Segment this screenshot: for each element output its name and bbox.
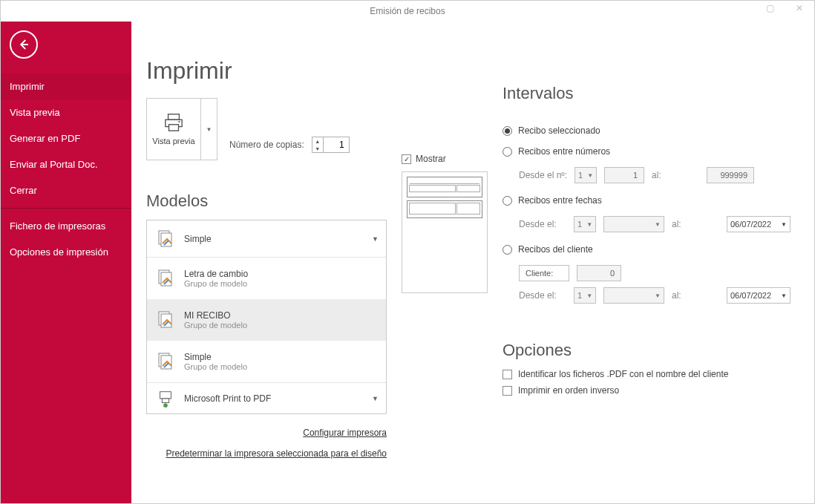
model-item-title: Letra de cambio bbox=[184, 269, 248, 279]
title-bar: Emisión de recibos ▢ ✕ bbox=[1, 1, 814, 22]
radio-del-cliente[interactable]: Recibos del cliente bbox=[503, 244, 791, 255]
model-item-sub: Grupo de modelo bbox=[184, 279, 248, 288]
from-number-label: Desde el nº: bbox=[519, 170, 567, 180]
sidebar-item-imprimir[interactable]: Imprimir bbox=[1, 73, 131, 99]
sidebar-item-opciones-impresion[interactable]: Opciones de impresión bbox=[1, 239, 131, 265]
vista-previa-dropdown[interactable]: ▼ bbox=[200, 99, 217, 160]
model-item-title: MI RECIBO bbox=[184, 310, 247, 321]
client-to-label: al: bbox=[672, 290, 719, 301]
intervals-heading: Intervalos bbox=[503, 84, 791, 103]
to-date-label: al: bbox=[672, 219, 719, 229]
window-title: Emisión de recibos bbox=[370, 6, 445, 16]
document-icon bbox=[155, 310, 176, 330]
show-checkbox[interactable]: ✓ bbox=[402, 154, 411, 164]
document-preview bbox=[402, 171, 488, 293]
back-button[interactable] bbox=[10, 30, 38, 59]
chevron-down-icon: ▼ bbox=[206, 126, 212, 133]
printer-icon bbox=[163, 113, 185, 132]
option-identify-pdf[interactable]: Identificar los ficheros .PDF con el nom… bbox=[503, 369, 791, 379]
option-label: Identificar los ficheros .PDF con el nom… bbox=[518, 369, 728, 379]
radio-label: Recibos entre fechas bbox=[518, 195, 602, 206]
copies-spinner[interactable]: ▲ ▼ bbox=[312, 137, 350, 153]
client-input[interactable] bbox=[580, 269, 618, 278]
option-reverse-order[interactable]: Imprimir en orden inverso bbox=[503, 385, 791, 396]
svg-point-3 bbox=[178, 121, 180, 122]
radio-entre-fechas[interactable]: Recibos entre fechas bbox=[503, 195, 791, 206]
close-icon[interactable]: ✕ bbox=[785, 1, 814, 16]
model-item-letra[interactable]: Letra de cambio Grupo de modelo bbox=[147, 258, 386, 299]
sidebar-separator bbox=[1, 208, 131, 209]
document-icon bbox=[155, 351, 176, 372]
radio-label: Recibos entre números bbox=[518, 146, 610, 157]
from-number-combo[interactable]: 1▼ bbox=[575, 167, 597, 183]
spinner-down-icon[interactable]: ▼ bbox=[312, 145, 323, 152]
from-date-n-combo[interactable]: 1▼ bbox=[574, 216, 596, 232]
model-item-simple[interactable]: Simple Grupo de modelo bbox=[147, 341, 386, 382]
sidebar-item-vista-previa[interactable]: Vista previa bbox=[1, 99, 131, 125]
to-number-input[interactable] bbox=[710, 171, 750, 180]
client-from-date-combo[interactable]: ▼ bbox=[603, 287, 664, 304]
sidebar-item-enviar-portal[interactable]: Enviar al Portal Doc. bbox=[1, 151, 131, 177]
printer-label: Microsoft Print to PDF bbox=[184, 393, 271, 404]
client-from-label: Desde el: bbox=[519, 290, 566, 301]
page-title: Imprimir bbox=[146, 57, 387, 85]
models-heading: Modelos bbox=[146, 192, 387, 211]
sidebar-item-generar-pdf[interactable]: Generar en PDF bbox=[1, 125, 131, 151]
show-label: Mostrar bbox=[416, 154, 446, 164]
radio-icon bbox=[503, 245, 512, 255]
to-number-label: al: bbox=[652, 170, 699, 180]
document-icon bbox=[155, 268, 176, 289]
svg-rect-2 bbox=[169, 125, 179, 131]
default-printer-link[interactable]: Predeterminar la impresora seleccionada … bbox=[166, 448, 387, 459]
model-selector[interactable]: Simple ▼ bbox=[147, 220, 386, 258]
radio-label: Recibo seleccionado bbox=[518, 125, 600, 136]
arrow-left-icon bbox=[17, 38, 30, 51]
copies-input[interactable] bbox=[324, 138, 349, 151]
client-from-n-combo[interactable]: 1▼ bbox=[574, 287, 596, 304]
svg-point-14 bbox=[163, 403, 168, 408]
document-icon bbox=[155, 229, 176, 249]
to-date-combo[interactable]: 06/07/2022▼ bbox=[727, 216, 791, 232]
svg-rect-13 bbox=[162, 399, 168, 403]
chevron-down-icon: ▼ bbox=[372, 235, 379, 243]
sidebar: Imprimir Vista previa Generar en PDF Env… bbox=[1, 22, 131, 503]
model-item-sub: Grupo de modelo bbox=[184, 362, 247, 371]
from-number-input[interactable] bbox=[608, 171, 641, 180]
model-item-sub: Grupo de modelo bbox=[184, 321, 247, 330]
sidebar-item-fichero-impresoras[interactable]: Fichero de impresoras bbox=[1, 213, 131, 239]
radio-icon bbox=[503, 147, 512, 157]
radio-entre-numeros[interactable]: Recibos entre números bbox=[503, 146, 791, 157]
radio-icon bbox=[503, 196, 512, 206]
maximize-icon[interactable]: ▢ bbox=[755, 1, 785, 16]
radio-icon bbox=[503, 126, 512, 136]
svg-rect-12 bbox=[160, 391, 171, 398]
sidebar-item-cerrar[interactable]: Cerrar bbox=[1, 177, 131, 203]
copies-label: Número de copias: bbox=[229, 140, 304, 150]
vista-previa-button[interactable]: Vista previa ▼ bbox=[146, 98, 217, 160]
client-to-date-combo[interactable]: 06/07/2022▼ bbox=[727, 287, 791, 304]
model-item-title: Simple bbox=[184, 352, 247, 362]
options-heading: Opciones bbox=[503, 341, 791, 360]
configure-printer-link[interactable]: Configurar impresora bbox=[303, 428, 387, 438]
from-date-label: Desde el: bbox=[519, 219, 566, 229]
model-item-mi-recibo[interactable]: MI RECIBO Grupo de modelo bbox=[147, 299, 386, 341]
from-date-combo[interactable]: ▼ bbox=[603, 216, 664, 232]
network-printer-icon bbox=[156, 389, 175, 408]
printer-selector[interactable]: Microsoft Print to PDF ▼ bbox=[147, 382, 386, 413]
models-box: Simple ▼ Letra de cambio Grupo de modelo bbox=[146, 220, 387, 414]
client-label: Cliente: bbox=[523, 269, 556, 278]
radio-label: Recibos del cliente bbox=[518, 244, 593, 255]
model-selected-label: Simple bbox=[184, 234, 212, 244]
checkbox-icon bbox=[503, 370, 512, 379]
option-label: Imprimir en orden inverso bbox=[518, 385, 619, 396]
svg-rect-0 bbox=[168, 114, 180, 120]
spinner-up-icon[interactable]: ▲ bbox=[312, 137, 323, 145]
vista-previa-label: Vista previa bbox=[152, 137, 194, 145]
chevron-down-icon: ▼ bbox=[372, 395, 379, 402]
radio-recibo-seleccionado[interactable]: Recibo seleccionado bbox=[503, 125, 791, 136]
checkbox-icon bbox=[503, 386, 512, 396]
